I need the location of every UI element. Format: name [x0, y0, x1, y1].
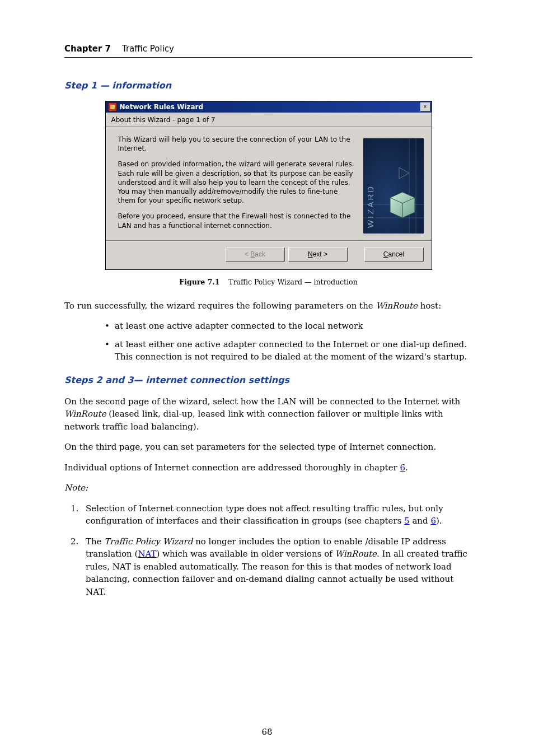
button-label: < Back	[245, 250, 265, 258]
note-label: Note:	[64, 482, 472, 494]
paragraph: On the third page, you can set parameter…	[64, 441, 472, 454]
close-icon: ×	[424, 104, 427, 110]
list-item: at least either one active adapter conne…	[105, 338, 472, 363]
paragraph: Individual options of Internet connectio…	[64, 461, 472, 474]
chapter-link[interactable]: 5	[404, 516, 410, 526]
back-button[interactable]: < Back	[226, 248, 285, 262]
step23-heading: Steps 2 and 3— internet connection setti…	[64, 375, 472, 385]
paragraph: On the second page of the wizard, select…	[64, 395, 472, 433]
list-item: The Traffic Policy Wizard no longer incl…	[81, 535, 472, 599]
chapter-link[interactable]: 6	[430, 516, 436, 526]
wizard-text: This Wizard will help you to secure the …	[118, 135, 355, 237]
wizard-app-icon	[108, 102, 117, 111]
list-item: at least one active adapter connected to…	[105, 320, 472, 333]
next-button[interactable]: Next >	[288, 248, 348, 262]
wizard-title: Network Rules Wizard	[119, 103, 420, 111]
bullet-list: at least one active adapter connected to…	[64, 320, 472, 363]
page-number: 68	[0, 727, 534, 737]
chapter-link[interactable]: 6	[400, 463, 405, 473]
step1-heading: Step 1 — information	[64, 80, 472, 91]
figure-caption: Figure 7.1 Traffic Policy Wizard — intro…	[64, 278, 472, 286]
figure-text: Traffic Policy Wizard — introduction	[228, 278, 357, 286]
paragraph: To run successfully, the wizard requires…	[64, 300, 472, 312]
button-label: Cancel	[383, 250, 404, 258]
header-rule	[64, 57, 472, 58]
close-button[interactable]: ×	[420, 102, 430, 111]
wizard-footer: < Back Next > Cancel	[106, 240, 432, 269]
chapter-header: Chapter 7 Traffic Policy	[64, 44, 472, 54]
nat-link[interactable]: NAT	[138, 549, 156, 559]
cancel-button[interactable]: Cancel	[364, 248, 424, 262]
wizard-paragraph: This Wizard will help you to secure the …	[118, 135, 355, 153]
figure-label: Figure 7.1	[179, 278, 219, 286]
chapter-label: Chapter 7	[64, 44, 111, 54]
numbered-list: Selection of Internet connection type do…	[64, 502, 472, 599]
wizard-subtitle: About this Wizard - page 1 of 7	[106, 113, 432, 125]
wizard-dialog: Network Rules Wizard × About this Wizard…	[105, 101, 432, 270]
wizard-body: This Wizard will help you to secure the …	[106, 127, 432, 240]
chapter-title: Traffic Policy	[122, 44, 174, 54]
svg-text:WIZARD: WIZARD	[366, 185, 375, 228]
button-label: Next >	[308, 250, 327, 258]
wizard-paragraph: Before you proceed, ensure that the Fire…	[118, 212, 355, 230]
wizard-paragraph: Based on provided information, the wizar…	[118, 160, 355, 205]
wizard-illustration: WIZARD	[363, 138, 424, 234]
wizard-titlebar: Network Rules Wizard ×	[106, 101, 432, 113]
list-item: Selection of Internet connection type do…	[81, 502, 472, 528]
